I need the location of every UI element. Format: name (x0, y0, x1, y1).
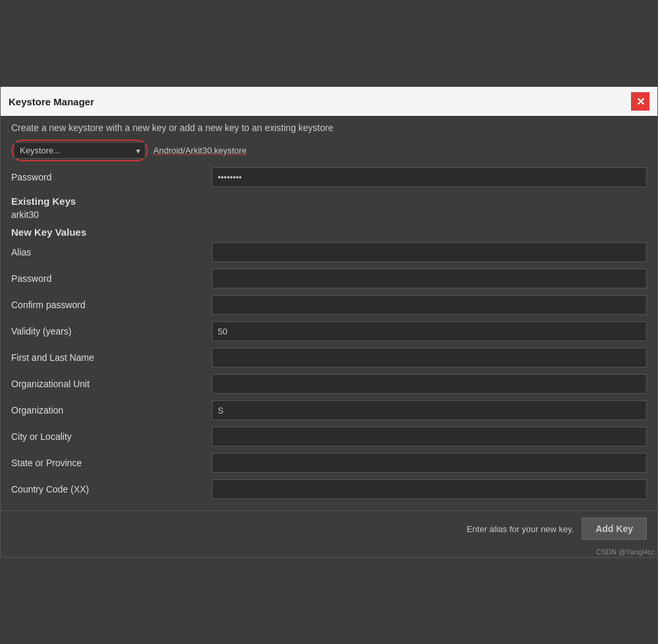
alias-input[interactable] (212, 242, 647, 262)
add-key-button[interactable]: Add Key (582, 518, 647, 540)
dialog-content: Create a new keystore with a new key or … (1, 116, 657, 510)
field-row-new-password-input: Password (11, 267, 647, 290)
field-row-org-unit-input: Organizational Unit (11, 372, 647, 396)
dialog-subtitle: Create a new keystore with a new key or … (11, 122, 647, 133)
city-input[interactable] (212, 427, 647, 446)
watermark: CSDN @YangHcc (1, 547, 657, 557)
field-row-city-input: City or Locality (11, 425, 647, 448)
new-password-input[interactable] (212, 269, 647, 288)
label-name-input: First and Last Name (11, 352, 212, 363)
state-input[interactable] (212, 453, 647, 473)
label-org-input: Organization (11, 405, 212, 416)
new-key-values-heading: New Key Values (11, 227, 647, 238)
keystore-manager-dialog: Keystore Manager ✕ Create a new keystore… (0, 86, 658, 558)
label-confirm-password-input: Confirm password (11, 300, 212, 310)
keystore-select-wrapper: Keystore... Android/Arkit30.keystore ▼ (11, 140, 148, 161)
dialog-title: Keystore Manager (9, 96, 94, 107)
existing-keys-heading: Existing Keys (11, 196, 647, 207)
title-bar: Keystore Manager ✕ (1, 87, 657, 116)
footer: Enter alias for your new key. Add Key (1, 510, 657, 547)
label-alias-input: Alias (11, 247, 212, 257)
field-row-confirm-password-input: Confirm password (11, 293, 647, 317)
password-row: Password (11, 165, 647, 189)
footer-hint: Enter alias for your new key. (11, 524, 574, 534)
field-row-state-input: State or Province (11, 451, 647, 475)
field-row-alias-input: Alias (11, 240, 647, 264)
label-state-input: State or Province (11, 458, 212, 468)
label-validity-input: Validity (years) (11, 326, 212, 336)
field-row-country-input: Country Code (XX) (11, 477, 647, 501)
label-country-input: Country Code (XX) (11, 484, 212, 495)
existing-key-value: arkit30 (11, 209, 647, 220)
field-row-name-input: First and Last Name (11, 346, 647, 369)
label-city-input: City or Locality (11, 431, 212, 442)
fields-container: AliasPasswordConfirm passwordValidity (y… (11, 240, 647, 501)
org-unit-input[interactable] (212, 374, 647, 394)
field-row-org-input: Organization (11, 398, 647, 422)
org-input[interactable] (212, 400, 647, 420)
field-row-validity-input: Validity (years) (11, 319, 647, 343)
validity-input[interactable] (212, 321, 647, 341)
keystore-select[interactable]: Keystore... Android/Arkit30.keystore (14, 142, 145, 159)
confirm-password-input[interactable] (212, 295, 647, 315)
keystore-file-path: Android/Arkit30.keystore (153, 146, 247, 155)
password-label: Password (11, 172, 212, 182)
keystore-select-row: Keystore... Android/Arkit30.keystore ▼ A… (11, 140, 647, 161)
label-new-password-input: Password (11, 273, 212, 284)
country-input[interactable] (212, 479, 647, 499)
label-org-unit-input: Organizational Unit (11, 379, 212, 389)
close-button[interactable]: ✕ (631, 92, 649, 111)
password-input[interactable] (212, 167, 647, 187)
name-input[interactable] (212, 348, 647, 367)
